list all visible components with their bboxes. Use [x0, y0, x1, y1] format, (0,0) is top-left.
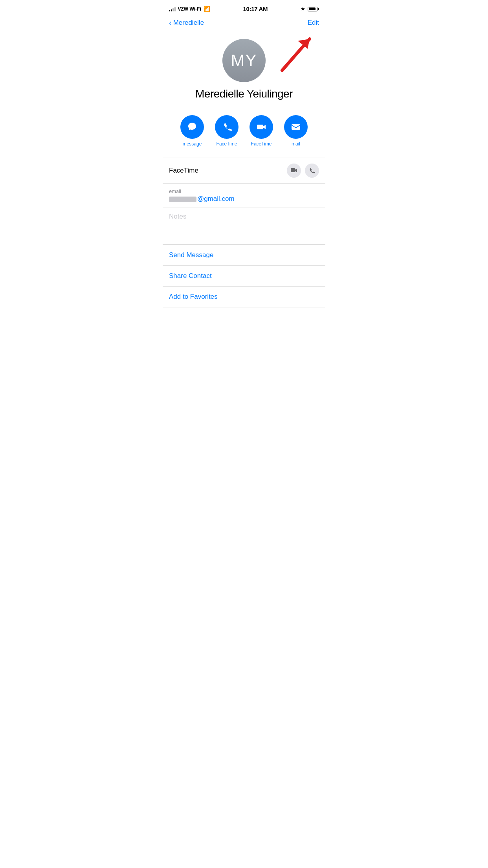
notes-placeholder: Notes	[169, 213, 186, 220]
back-chevron-icon: ‹	[169, 18, 172, 27]
action-message[interactable]: message	[180, 115, 204, 147]
avatar-initials: MY	[231, 51, 257, 70]
svg-rect-4	[291, 168, 295, 172]
arrow-annotation	[270, 27, 321, 74]
email-row[interactable]: email @gmail.com	[163, 184, 325, 208]
status-right: ★	[301, 6, 319, 12]
battery-fill	[309, 7, 316, 10]
action-facetime-video[interactable]: FaceTime	[250, 115, 273, 147]
edit-button[interactable]: Edit	[308, 19, 319, 27]
facetime-audio-label: FaceTime	[216, 141, 237, 147]
email-domain: @gmail.com	[197, 195, 235, 202]
signal-bars	[169, 7, 176, 11]
facetime-row: FaceTime	[163, 158, 325, 184]
notes-row[interactable]: Notes	[163, 208, 325, 245]
action-rows-section: Send Message Share Contact Add to Favori…	[163, 245, 325, 307]
svg-marker-1	[298, 39, 310, 49]
svg-rect-3	[292, 124, 300, 130]
email-label: email	[169, 188, 319, 194]
battery-body	[308, 7, 317, 11]
mail-label: mail	[292, 141, 300, 147]
add-to-favorites-row[interactable]: Add to Favorites	[163, 287, 325, 307]
action-mail[interactable]: mail	[284, 115, 308, 147]
svg-line-0	[282, 39, 310, 70]
avatar: MY	[222, 39, 266, 82]
facetime-audio-icon-circle	[215, 115, 238, 139]
wifi-icon: 📶	[204, 6, 210, 12]
email-blurred-part	[169, 197, 196, 202]
svg-rect-2	[257, 125, 263, 129]
facetime-video-button[interactable]	[287, 164, 301, 178]
signal-bar-2	[171, 9, 172, 11]
signal-bar-4	[174, 7, 176, 11]
share-contact-row[interactable]: Share Contact	[163, 266, 325, 287]
add-to-favorites-label: Add to Favorites	[169, 293, 218, 300]
facetime-icons	[287, 164, 319, 178]
status-bar: VZW Wi-Fi 📶 10:17 AM ★	[163, 0, 325, 15]
status-time: 10:17 AM	[243, 6, 268, 12]
mail-icon-circle	[284, 115, 308, 139]
bluetooth-icon: ★	[301, 6, 305, 12]
email-value: @gmail.com	[169, 195, 319, 203]
carrier-label: VZW Wi-Fi	[178, 6, 201, 12]
back-label: Meredielle	[173, 19, 204, 27]
action-buttons-row: message FaceTime FaceTime mail	[163, 111, 325, 154]
message-icon-circle	[180, 115, 204, 139]
signal-bar-1	[169, 10, 170, 11]
facetime-video-label: FaceTime	[251, 141, 272, 147]
signal-bar-3	[172, 8, 174, 11]
share-contact-label: Share Contact	[169, 272, 212, 280]
status-left: VZW Wi-Fi 📶	[169, 6, 210, 12]
contact-header: MY Meredielle Yeiulinger	[163, 31, 325, 111]
facetime-audio-button[interactable]	[305, 164, 319, 178]
facetime-video-icon-circle	[250, 115, 273, 139]
back-button[interactable]: ‹ Meredielle	[169, 18, 204, 27]
action-facetime-audio[interactable]: FaceTime	[215, 115, 238, 147]
facetime-row-label: FaceTime	[169, 167, 198, 175]
nav-bar: ‹ Meredielle Edit	[163, 15, 325, 31]
send-message-row[interactable]: Send Message	[163, 245, 325, 266]
info-section: FaceTime email @gmail.com Notes	[163, 158, 325, 245]
battery	[308, 7, 319, 11]
send-message-label: Send Message	[169, 251, 213, 259]
message-label: message	[183, 141, 202, 147]
contact-name: Meredielle Yeiulinger	[195, 88, 293, 100]
battery-tip	[318, 8, 319, 10]
